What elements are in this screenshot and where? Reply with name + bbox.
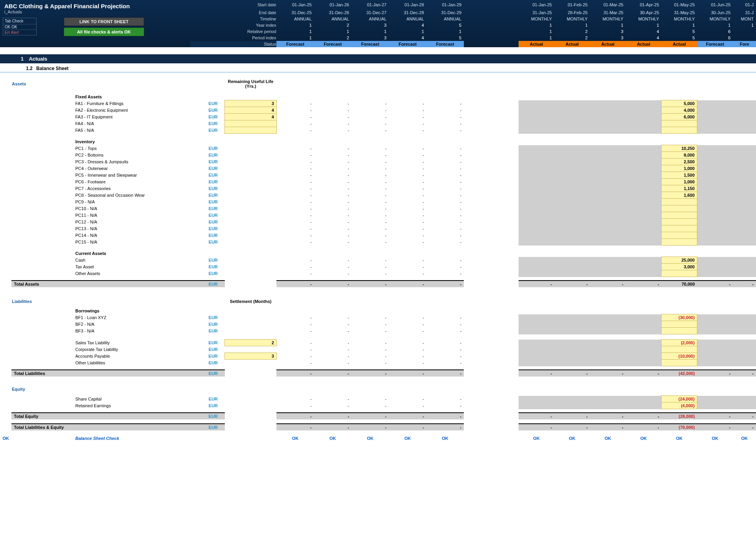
ca-0: Cash	[75, 257, 202, 264]
fa-life-2: 4	[225, 114, 277, 120]
fixed-asset-3: FA4 - N/A	[75, 120, 202, 127]
check-left: OK	[0, 435, 11, 441]
monthly-start-3: 01-Apr-25	[626, 0, 662, 9]
fixed-asset-2: FA3 - IT Equipment	[75, 114, 202, 120]
total-liab-eq-label: Total Liabilities & Equity	[11, 424, 202, 430]
col-remaining-life: Remaining Useful Life (Yrs.)	[225, 79, 277, 89]
monthly-start-2: 01-Mar-25	[590, 0, 626, 9]
inv-10: PC11 - N/A	[75, 212, 202, 219]
tab-check-err: Err Alert	[3, 30, 36, 35]
annual-start-2: 01-Jan-27	[352, 0, 389, 9]
balance-sheet-grid: AssetsRemaining Useful Life (Yrs.)Fixed …	[0, 72, 756, 441]
header-block: ABC Clothing & Apparel Financial Project…	[0, 0, 756, 47]
monthly-start-1: 01-Feb-25	[554, 0, 590, 9]
current-assets-heading: Current Assets	[75, 250, 202, 257]
tax-set-0: 2	[225, 340, 277, 346]
borrowings-heading: Borrowings	[75, 308, 202, 314]
inv-11: PC12 - N/A	[75, 219, 202, 225]
monthly-start-0: 01-Jan-25	[519, 0, 554, 9]
lbl-pidx: Period index	[190, 35, 277, 41]
tax-set-1	[225, 346, 277, 353]
fixed-asset-4: FA5 - N/A	[75, 127, 202, 134]
inv-14: PC15 - N/A	[75, 239, 202, 246]
monthly-start-6: 01-J	[733, 0, 756, 9]
status-annual-0: Forecast	[276, 41, 314, 47]
liabilities-heading: Liabilities	[11, 298, 75, 305]
link-front-sheet-button[interactable]: LINK TO FRONT SHEET	[64, 17, 144, 26]
inv-1: PC2 - Bottoms	[75, 152, 202, 159]
inv-7: PC8 - Seasonal and Occasion Wear	[75, 192, 202, 199]
inv-4: PC5 - Innerwear and Sleepwear	[75, 172, 202, 179]
tax-0: Sales Tax Liability	[75, 340, 202, 346]
fa-life-1: 4	[225, 107, 277, 114]
total-assets-label: Total Assets	[11, 281, 202, 287]
tax-set-3	[225, 360, 277, 366]
tax-1: Corporate Tax Liability	[75, 346, 202, 353]
equity-heading: Equity	[11, 386, 75, 392]
inv-8: PC9 - N/A	[75, 199, 202, 205]
inv-3: PC4 - Outerwear	[75, 165, 202, 172]
annual-start-3: 01-Jan-28	[389, 0, 426, 9]
section-number: 1	[4, 56, 24, 62]
col-settlement: Settlement (Months)	[225, 298, 277, 305]
tax-set-2: 3	[225, 353, 277, 360]
inv-13: PC14 - N/A	[75, 232, 202, 239]
tax-2: Accounts Payable	[75, 353, 202, 360]
bs-check-label: Balance Sheet Check	[75, 435, 202, 441]
section-band: 1 Actuals	[0, 54, 756, 63]
inv-9: PC10 - N/A	[75, 205, 202, 212]
eq-0: Share Capital	[75, 396, 202, 403]
subsection-band: 1.2 Balance Sheet	[0, 63, 756, 72]
subsection-number: 1.2	[26, 66, 33, 71]
bor-0: BF1 - Loan XYZ	[75, 314, 202, 321]
doc-title: ABC Clothing & Apparel Financial Project…	[0, 0, 190, 9]
fa-life-0: 3	[225, 100, 277, 107]
section-name: Actuals	[29, 56, 47, 62]
inventory-heading: Inventory	[75, 138, 202, 145]
fa-life-3	[225, 120, 277, 127]
lbl-start: Start date	[190, 0, 277, 9]
fixed-asset-1: FA2 - Electronic Equipment	[75, 107, 202, 114]
tax-3: Other Liabilities	[75, 360, 202, 366]
status-monthly-0: Actual	[519, 41, 554, 47]
ca-1: Tax Asset	[75, 264, 202, 270]
inv-6: PC7 - Accessories	[75, 185, 202, 192]
monthly-start-5: 01-Jun-25	[697, 0, 733, 9]
monthly-start-4: 01-May-25	[662, 0, 697, 9]
annual-start-4: 01-Jan-29	[426, 0, 464, 9]
tab-check-ok: OK OK	[3, 24, 36, 30]
ca-2: Other Assets	[75, 270, 202, 277]
annual-start-1: 01-Jan-26	[314, 0, 352, 9]
checks-ok-button[interactable]: All file checks & alerts OK	[64, 28, 144, 36]
total-equity-label: Total Equity	[11, 413, 202, 419]
assets-heading: Assets	[11, 79, 75, 89]
fixed-assets-heading: Fixed Assets	[75, 94, 202, 100]
tab-check-title: Tab Check	[3, 18, 36, 24]
annual-start-0: 01-Jan-25	[276, 0, 314, 9]
lbl-yidx: Year index	[190, 22, 277, 28]
lbl-timeline: Timeline	[190, 16, 277, 22]
bor-2: BF3 - N/A	[75, 328, 202, 334]
sheet-name: i_Actuals	[0, 9, 190, 14]
subsection-name: Balance Sheet	[36, 66, 69, 71]
total-liab-label: Total Liabilities	[11, 370, 202, 377]
inv-12: PC13 - N/A	[75, 225, 202, 232]
bor-1: BF2 - N/A	[75, 321, 202, 328]
fixed-asset-0: FA1 - Furniture & Fittings	[75, 100, 202, 107]
inv-2: PC3 - Dresses & Jumpsuits	[75, 159, 202, 165]
lbl-rel: Relative period	[190, 28, 277, 35]
eq-1: Retained Earnings	[75, 403, 202, 409]
tab-check-box: Tab Check OK OK Err Alert	[3, 18, 37, 35]
lbl-end: End date	[190, 9, 277, 16]
lbl-status: Status	[190, 41, 277, 47]
inv-0: PC1 - Tops	[75, 145, 202, 152]
fa-life-4	[225, 127, 277, 134]
inv-5: PC6 - Footware	[75, 179, 202, 185]
